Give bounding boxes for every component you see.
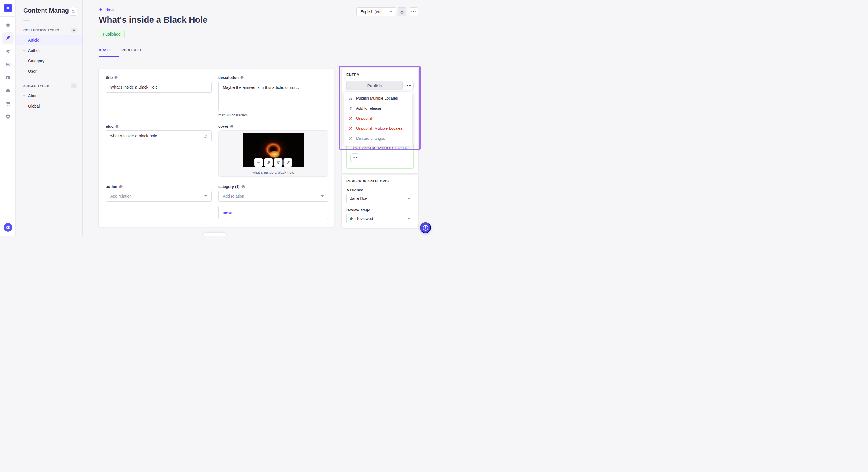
localized-globe-icon	[114, 76, 118, 79]
sidebar-item-label: Author	[28, 48, 40, 53]
header-more-button[interactable]	[409, 7, 418, 16]
assignee-label: Assignee	[346, 188, 363, 192]
menu-item-unpublish[interactable]: Unpublish	[344, 113, 412, 123]
sidebar-item-author[interactable]: • Author	[16, 45, 82, 56]
menu-item-publish-multiple-locales[interactable]: Publish Multiple Locales	[344, 93, 412, 103]
delete-asset-button[interactable]	[274, 158, 283, 167]
export-button[interactable]	[398, 7, 406, 16]
menu-item-unpublish-multiple-locales[interactable]: Unpublish Multiple Locales	[344, 123, 412, 133]
status-badge: Published	[99, 30, 125, 38]
link-icon	[267, 161, 270, 165]
entry-more-button[interactable]	[405, 81, 414, 90]
sidebar-item-label: User	[28, 69, 37, 73]
sidebar-item-category[interactable]: • Category	[16, 56, 82, 66]
copy-link-button[interactable]	[264, 158, 273, 167]
description-helper: max. 80 characters	[218, 113, 328, 117]
regenerate-icon[interactable]	[203, 134, 207, 138]
cover-field-label: cover	[218, 124, 228, 129]
trash-icon	[276, 161, 280, 165]
publish-button[interactable]: Publish	[346, 81, 403, 90]
sidebar-item-label: About	[28, 94, 39, 98]
category-tag-news[interactable]: news	[223, 210, 232, 215]
back-arrow-icon	[99, 7, 103, 12]
entry-actions-menu: Publish Multiple Locales Add to release …	[344, 92, 412, 146]
review-workflows-title: REVIEW WORKFLOWS	[346, 179, 389, 183]
stage-status-dot	[350, 217, 353, 220]
bullet-icon: •	[23, 38, 25, 42]
review-stage-select[interactable]: Reviewed	[346, 214, 414, 224]
field-category: category (1) Add relation news	[218, 184, 328, 219]
media-library-icon[interactable]	[2, 59, 14, 70]
back-link[interactable]: Back	[99, 7, 114, 12]
bullet-icon: •	[23, 104, 25, 108]
category-tag-row: news	[218, 206, 328, 219]
sidebar-item-article[interactable]: • Article	[16, 35, 82, 45]
strapi-logo-icon[interactable]	[4, 4, 12, 12]
chevron-down-icon	[321, 195, 324, 197]
search-button[interactable]	[69, 7, 78, 16]
help-button[interactable]: ?	[420, 222, 431, 233]
field-cover: cover	[218, 124, 328, 177]
cover-caption: what-s-inside-a-black-hole	[219, 171, 328, 175]
collection-types-count: 4	[71, 28, 76, 33]
category-relation-select[interactable]: Add relation	[218, 191, 328, 202]
menu-item-discard-changes[interactable]: Discard changes	[344, 133, 412, 143]
collection-types-list: • Article • Author • Category • User	[16, 35, 82, 76]
settings-gear-icon[interactable]	[2, 111, 14, 123]
assignee-select[interactable]: Jane Doe	[346, 194, 414, 203]
sidebar-rule	[23, 20, 30, 21]
multiple-locales-icon	[348, 96, 353, 101]
collection-types-heading: COLLECTION TYPES	[23, 28, 59, 32]
cover-toolbar	[254, 158, 292, 167]
paper-plane-icon	[348, 106, 353, 110]
locale-select[interactable]: English (en)	[356, 7, 396, 16]
remove-tag-icon[interactable]	[320, 211, 324, 214]
cross-icon	[348, 127, 353, 130]
sidebar-item-global[interactable]: • Global	[16, 101, 82, 111]
field-slug: slug what-s-inside-a-black-hole	[106, 124, 212, 141]
active-tab-underline	[99, 57, 119, 57]
single-types-count: 2	[71, 83, 76, 88]
download-icon	[400, 10, 404, 14]
floating-bar-edge	[203, 233, 226, 236]
localized-globe-icon	[241, 185, 245, 189]
deploy-cloud-icon[interactable]	[2, 85, 14, 96]
tab-published[interactable]: PUBLISHED	[121, 48, 143, 52]
sidebar-item-about[interactable]: • About	[16, 91, 82, 101]
sidebar-item-label: Global	[28, 104, 40, 108]
add-asset-button[interactable]	[254, 158, 263, 167]
home-icon[interactable]	[2, 20, 14, 31]
tab-draft[interactable]: DRAFT	[99, 48, 111, 52]
chevron-down-icon	[205, 195, 207, 197]
pencil-icon	[286, 161, 290, 165]
releases-icon[interactable]	[2, 46, 14, 57]
more-dots-icon	[353, 158, 357, 158]
strapi-content-manager-app: { "app": { "user_initials": "KD" }, "nav…	[0, 0, 434, 236]
scheduled-more-button[interactable]	[350, 154, 359, 162]
slug-input[interactable]: what-s-inside-a-black-hole	[106, 131, 212, 141]
author-relation-select[interactable]: Add relation	[106, 191, 212, 202]
title-field-label: title	[106, 75, 113, 80]
menu-item-add-to-release[interactable]: Add to release	[344, 103, 412, 113]
edit-asset-button[interactable]	[284, 158, 292, 167]
chevron-down-icon	[390, 11, 392, 12]
user-avatar[interactable]: KD	[4, 223, 12, 232]
clear-assignee-icon[interactable]	[400, 197, 404, 200]
chevron-down-icon	[408, 217, 410, 220]
description-field-label: description	[218, 75, 239, 80]
scheduled-release-box: 09/11/2024 at 16:00 (UTC+02:00)	[346, 144, 414, 169]
edit-form-card: title What's inside a Black Hole descrip…	[99, 69, 335, 227]
localized-globe-icon	[240, 76, 244, 79]
chevron-down-icon	[408, 198, 410, 199]
content-type-builder-icon[interactable]	[2, 72, 14, 83]
title-input[interactable]: What's inside a Black Hole	[106, 82, 212, 93]
search-icon	[71, 9, 75, 14]
author-field-label: author	[106, 184, 117, 189]
purchases-cart-icon[interactable]	[2, 98, 14, 109]
sidebar-item-user[interactable]: • User	[16, 66, 82, 76]
content-manager-icon[interactable]	[2, 32, 14, 44]
bullet-icon: •	[23, 59, 25, 63]
plus-icon	[257, 161, 260, 165]
sidebar-item-label: Category	[28, 59, 44, 63]
description-textarea[interactable]: Maybe the answer is in this article, or …	[218, 82, 328, 111]
